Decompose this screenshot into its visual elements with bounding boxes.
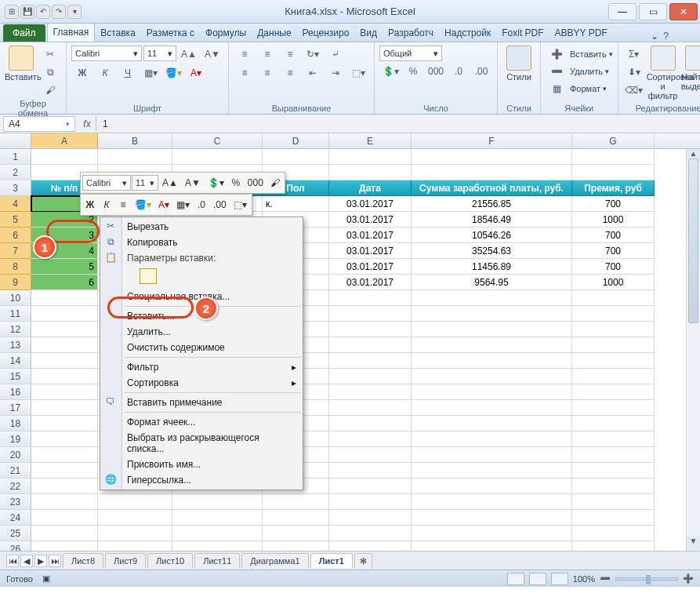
- row-header[interactable]: 13: [0, 337, 31, 353]
- orientation-icon[interactable]: ↻▾: [302, 46, 324, 63]
- fill-color-button[interactable]: 🪣▾: [162, 64, 184, 82]
- sort-filter-button[interactable]: Сортировка и фильтр: [647, 46, 680, 100]
- new-sheet-button[interactable]: ✻: [354, 553, 372, 569]
- mini-align[interactable]: ≡: [115, 196, 131, 213]
- wrap-text-button[interactable]: ⤶: [325, 46, 346, 63]
- help-icon[interactable]: ?: [663, 31, 669, 42]
- sheet-nav-prev[interactable]: ◀: [20, 555, 33, 567]
- align-left-icon[interactable]: ≡: [234, 64, 256, 82]
- align-center-icon[interactable]: ≡: [256, 64, 278, 82]
- ctx-paste-option[interactable]: [100, 266, 303, 289]
- underline-button[interactable]: Ч: [117, 64, 139, 82]
- dec-dec-icon[interactable]: .00: [470, 63, 492, 80]
- mini-merge[interactable]: ⬚▾: [230, 196, 250, 213]
- tab-foxit[interactable]: Foxit PDF: [496, 24, 549, 42]
- macro-record-icon[interactable]: ▣: [42, 573, 50, 584]
- view-layout-icon[interactable]: [529, 573, 546, 585]
- row-header[interactable]: 11: [0, 306, 31, 322]
- mini-font-combo[interactable]: Calibri▾: [82, 175, 131, 191]
- row-header[interactable]: 17: [0, 400, 31, 416]
- italic-button[interactable]: К: [94, 64, 116, 82]
- close-button[interactable]: ✕: [669, 3, 698, 20]
- percent-icon[interactable]: %: [402, 63, 424, 80]
- tab-abbyy[interactable]: ABBYY PDF: [549, 24, 613, 42]
- table-header[interactable]: Сумма заработной платы, руб.: [412, 180, 572, 196]
- undo-icon[interactable]: ↶: [36, 5, 50, 19]
- sheet-tab-active[interactable]: Лист1: [310, 553, 353, 568]
- table-header[interactable]: Премия, руб: [572, 180, 655, 196]
- scroll-thumb[interactable]: [688, 158, 698, 323]
- name-box[interactable]: A4▾: [3, 116, 75, 132]
- align-mid-icon[interactable]: ≡: [256, 46, 278, 63]
- col-header-b[interactable]: B: [98, 133, 172, 148]
- merge-button[interactable]: ⬚▾: [347, 64, 369, 82]
- styles-button[interactable]: Стили: [502, 46, 535, 82]
- clear-icon[interactable]: ⌫▾: [623, 82, 645, 99]
- col-header-c[interactable]: C: [172, 133, 263, 148]
- view-normal-icon[interactable]: [507, 573, 524, 585]
- indent-dec-icon[interactable]: ⇤: [302, 64, 324, 82]
- mini-bold[interactable]: Ж: [82, 196, 98, 213]
- number-format-combo[interactable]: Общий▾: [379, 46, 442, 61]
- tab-layout[interactable]: Разметка с: [141, 24, 200, 42]
- scroll-down-icon[interactable]: ▼: [687, 537, 700, 551]
- row-header[interactable]: 10: [0, 290, 31, 306]
- zoom-slider[interactable]: [615, 577, 678, 581]
- ctx-filter[interactable]: Фильтр▸: [100, 359, 303, 375]
- mini-comma[interactable]: 000: [245, 174, 267, 191]
- row-header[interactable]: 15: [0, 369, 31, 384]
- row-header[interactable]: 21: [0, 463, 31, 479]
- row-header[interactable]: 22: [0, 479, 31, 494]
- mini-size-combo[interactable]: 11▾: [132, 175, 158, 191]
- sheet-tab[interactable]: Лист8: [63, 553, 103, 568]
- col-header-g[interactable]: G: [572, 133, 655, 148]
- zoom-in-button[interactable]: ➕: [683, 573, 694, 584]
- currency-icon[interactable]: 💲▾: [379, 63, 401, 80]
- mini-fontcolor[interactable]: A▾: [155, 196, 172, 213]
- mini-border[interactable]: ▦▾: [173, 196, 193, 213]
- ctx-delete[interactable]: Удалить...: [100, 324, 303, 340]
- cut-icon[interactable]: ✂: [39, 46, 61, 63]
- row-header[interactable]: 1: [0, 149, 31, 165]
- col-header-e[interactable]: E: [329, 133, 412, 148]
- col-header-d[interactable]: D: [263, 133, 329, 148]
- mini-decdec[interactable]: .00: [210, 196, 230, 213]
- align-bot-icon[interactable]: ≡: [279, 46, 301, 63]
- border-button[interactable]: ▦▾: [140, 64, 161, 82]
- sheet-tab[interactable]: Лист11: [194, 553, 240, 568]
- mini-incdec[interactable]: .0: [194, 196, 209, 213]
- row-header[interactable]: 20: [0, 447, 31, 463]
- format-painter-icon[interactable]: 🖌: [39, 82, 61, 99]
- minimize-button[interactable]: —: [608, 3, 637, 20]
- font-color-button[interactable]: A▾: [185, 64, 207, 82]
- sheet-nav-last[interactable]: ⏭: [49, 555, 61, 567]
- row-header[interactable]: 25: [0, 526, 31, 541]
- mini-shrink-font[interactable]: A▼: [182, 174, 204, 191]
- mini-fill[interactable]: 🪣▾: [132, 196, 154, 213]
- row-header[interactable]: 26: [0, 541, 31, 551]
- row-header[interactable]: 18: [0, 416, 31, 431]
- qat-more-icon[interactable]: ▾: [67, 5, 82, 19]
- row-header[interactable]: 16: [0, 384, 31, 400]
- mini-format-painter[interactable]: 🖌: [267, 174, 283, 191]
- align-right-icon[interactable]: ≡: [279, 64, 301, 82]
- file-tab[interactable]: Файл: [3, 24, 45, 42]
- tab-addins[interactable]: Надстройк: [439, 24, 496, 42]
- ctx-comment[interactable]: 🗨Вставить примечание: [100, 395, 303, 410]
- table-header[interactable]: Дата: [329, 180, 412, 196]
- autosum-icon[interactable]: Σ▾: [623, 46, 645, 63]
- tab-developer[interactable]: Разработч: [383, 24, 439, 42]
- ctx-copy[interactable]: ⧉Копировать: [100, 235, 303, 250]
- bold-button[interactable]: Ж: [71, 64, 93, 82]
- col-header-f[interactable]: F: [412, 133, 572, 148]
- ctx-sort[interactable]: Сортировка▸: [100, 375, 303, 391]
- row-header[interactable]: 2: [0, 165, 31, 180]
- tab-review[interactable]: Рецензиро: [297, 24, 355, 42]
- view-pagebreak-icon[interactable]: [551, 573, 568, 585]
- row-header[interactable]: 4: [0, 196, 31, 212]
- select-all-corner[interactable]: [0, 133, 31, 148]
- font-name-combo[interactable]: Calibri▾: [71, 46, 142, 61]
- row-header[interactable]: 14: [0, 353, 31, 369]
- row-header[interactable]: 12: [0, 322, 31, 337]
- redo-icon[interactable]: ↷: [52, 5, 66, 19]
